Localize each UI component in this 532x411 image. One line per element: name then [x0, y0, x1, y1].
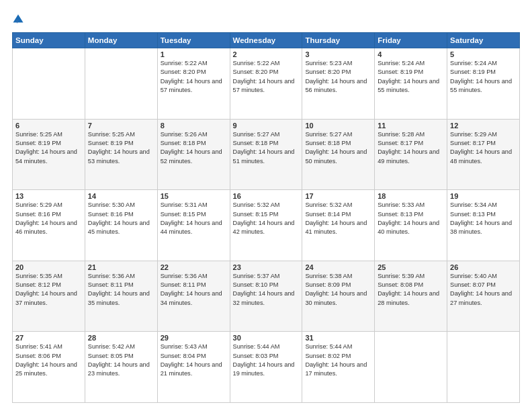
weekday-header-saturday: Saturday	[447, 33, 520, 48]
calendar-cell: 1Sunrise: 5:22 AM Sunset: 8:20 PM Daylig…	[157, 48, 230, 120]
day-info: Sunrise: 5:25 AM Sunset: 8:19 PM Dayligh…	[15, 130, 82, 166]
header	[12, 12, 520, 26]
calendar-cell	[375, 332, 447, 403]
day-info: Sunrise: 5:40 AM Sunset: 8:07 PM Dayligh…	[450, 272, 517, 308]
day-number: 12	[450, 122, 517, 130]
day-number: 24	[305, 263, 371, 271]
day-number: 6	[15, 122, 82, 130]
weekday-header-sunday: Sunday	[13, 33, 85, 48]
day-number: 15	[161, 192, 227, 200]
calendar-cell: 5Sunrise: 5:24 AM Sunset: 8:19 PM Daylig…	[447, 48, 520, 120]
day-info: Sunrise: 5:32 AM Sunset: 8:14 PM Dayligh…	[305, 201, 371, 236]
calendar-cell: 30Sunrise: 5:44 AM Sunset: 8:03 PM Dayli…	[230, 332, 302, 403]
day-info: Sunrise: 5:41 AM Sunset: 8:06 PM Dayligh…	[15, 342, 82, 378]
day-number: 17	[305, 192, 371, 200]
day-number: 21	[88, 263, 154, 271]
day-number: 9	[233, 122, 300, 130]
day-info: Sunrise: 5:44 AM Sunset: 8:02 PM Dayligh…	[305, 342, 371, 378]
calendar-cell: 29Sunrise: 5:43 AM Sunset: 8:04 PM Dayli…	[157, 332, 230, 403]
calendar-week-0: 1Sunrise: 5:22 AM Sunset: 8:20 PM Daylig…	[13, 48, 520, 120]
day-number: 26	[450, 263, 517, 271]
day-number: 31	[305, 334, 371, 342]
page: SundayMondayTuesdayWednesdayThursdayFrid…	[0, 0, 532, 411]
day-info: Sunrise: 5:26 AM Sunset: 8:18 PM Dayligh…	[161, 130, 227, 166]
calendar-cell: 9Sunrise: 5:27 AM Sunset: 8:18 PM Daylig…	[230, 119, 302, 190]
calendar-cell	[85, 48, 157, 120]
calendar-cell: 24Sunrise: 5:38 AM Sunset: 8:09 PM Dayli…	[302, 261, 375, 332]
calendar-cell: 26Sunrise: 5:40 AM Sunset: 8:07 PM Dayli…	[447, 261, 520, 332]
day-number: 29	[161, 334, 227, 342]
day-info: Sunrise: 5:36 AM Sunset: 8:11 PM Dayligh…	[161, 272, 227, 308]
calendar-cell: 7Sunrise: 5:25 AM Sunset: 8:19 PM Daylig…	[85, 119, 157, 190]
day-info: Sunrise: 5:27 AM Sunset: 8:18 PM Dayligh…	[305, 130, 371, 166]
day-info: Sunrise: 5:39 AM Sunset: 8:08 PM Dayligh…	[378, 272, 444, 308]
calendar-cell: 25Sunrise: 5:39 AM Sunset: 8:08 PM Dayli…	[375, 261, 447, 332]
day-info: Sunrise: 5:23 AM Sunset: 8:20 PM Dayligh…	[305, 59, 371, 95]
calendar-cell: 16Sunrise: 5:32 AM Sunset: 8:15 PM Dayli…	[230, 190, 302, 261]
day-number: 7	[88, 122, 154, 130]
day-info: Sunrise: 5:22 AM Sunset: 8:20 PM Dayligh…	[233, 59, 300, 95]
day-number: 18	[378, 192, 444, 200]
weekday-header-row: SundayMondayTuesdayWednesdayThursdayFrid…	[13, 33, 520, 48]
calendar-cell: 2Sunrise: 5:22 AM Sunset: 8:20 PM Daylig…	[230, 48, 302, 120]
calendar-cell: 15Sunrise: 5:31 AM Sunset: 8:15 PM Dayli…	[157, 190, 230, 261]
logo-icon	[12, 13, 24, 26]
logo	[12, 12, 26, 26]
calendar-cell	[13, 48, 85, 120]
calendar-cell: 14Sunrise: 5:30 AM Sunset: 8:16 PM Dayli…	[85, 190, 157, 261]
weekday-header-thursday: Thursday	[302, 33, 375, 48]
day-info: Sunrise: 5:25 AM Sunset: 8:19 PM Dayligh…	[88, 130, 154, 166]
day-number: 3	[305, 50, 371, 58]
calendar-cell: 10Sunrise: 5:27 AM Sunset: 8:18 PM Dayli…	[302, 119, 375, 190]
day-number: 11	[378, 122, 444, 130]
day-info: Sunrise: 5:36 AM Sunset: 8:11 PM Dayligh…	[88, 272, 154, 308]
calendar-cell: 11Sunrise: 5:28 AM Sunset: 8:17 PM Dayli…	[375, 119, 447, 190]
weekday-header-friday: Friday	[375, 33, 447, 48]
day-number: 8	[161, 122, 227, 130]
calendar-cell: 21Sunrise: 5:36 AM Sunset: 8:11 PM Dayli…	[85, 261, 157, 332]
day-number: 25	[378, 263, 444, 271]
weekday-header-tuesday: Tuesday	[157, 33, 230, 48]
day-info: Sunrise: 5:29 AM Sunset: 8:17 PM Dayligh…	[450, 130, 517, 166]
day-info: Sunrise: 5:34 AM Sunset: 8:13 PM Dayligh…	[450, 201, 517, 236]
calendar-cell: 8Sunrise: 5:26 AM Sunset: 8:18 PM Daylig…	[157, 119, 230, 190]
day-info: Sunrise: 5:42 AM Sunset: 8:05 PM Dayligh…	[88, 342, 154, 378]
day-info: Sunrise: 5:37 AM Sunset: 8:10 PM Dayligh…	[233, 272, 300, 308]
calendar-week-2: 13Sunrise: 5:29 AM Sunset: 8:16 PM Dayli…	[13, 190, 520, 261]
day-number: 27	[15, 334, 82, 342]
calendar-cell: 20Sunrise: 5:35 AM Sunset: 8:12 PM Dayli…	[13, 261, 85, 332]
day-info: Sunrise: 5:33 AM Sunset: 8:13 PM Dayligh…	[378, 201, 444, 236]
day-number: 14	[88, 192, 154, 200]
day-info: Sunrise: 5:43 AM Sunset: 8:04 PM Dayligh…	[161, 342, 227, 378]
day-info: Sunrise: 5:38 AM Sunset: 8:09 PM Dayligh…	[305, 272, 371, 308]
calendar-week-4: 27Sunrise: 5:41 AM Sunset: 8:06 PM Dayli…	[13, 332, 520, 403]
calendar-cell: 13Sunrise: 5:29 AM Sunset: 8:16 PM Dayli…	[13, 190, 85, 261]
calendar-week-1: 6Sunrise: 5:25 AM Sunset: 8:19 PM Daylig…	[13, 119, 520, 190]
day-number: 1	[161, 50, 227, 58]
calendar-cell: 18Sunrise: 5:33 AM Sunset: 8:13 PM Dayli…	[375, 190, 447, 261]
calendar-cell: 6Sunrise: 5:25 AM Sunset: 8:19 PM Daylig…	[13, 119, 85, 190]
day-info: Sunrise: 5:28 AM Sunset: 8:17 PM Dayligh…	[378, 130, 444, 166]
day-number: 23	[233, 263, 300, 271]
weekday-header-wednesday: Wednesday	[230, 33, 302, 48]
calendar-cell: 22Sunrise: 5:36 AM Sunset: 8:11 PM Dayli…	[157, 261, 230, 332]
day-info: Sunrise: 5:32 AM Sunset: 8:15 PM Dayligh…	[233, 201, 300, 236]
calendar-cell: 27Sunrise: 5:41 AM Sunset: 8:06 PM Dayli…	[13, 332, 85, 403]
day-number: 30	[233, 334, 300, 342]
day-info: Sunrise: 5:35 AM Sunset: 8:12 PM Dayligh…	[15, 272, 82, 308]
calendar-cell: 12Sunrise: 5:29 AM Sunset: 8:17 PM Dayli…	[447, 119, 520, 190]
calendar-cell: 3Sunrise: 5:23 AM Sunset: 8:20 PM Daylig…	[302, 48, 375, 120]
day-number: 5	[450, 50, 517, 58]
day-number: 19	[450, 192, 517, 200]
day-number: 20	[15, 263, 82, 271]
day-number: 4	[378, 50, 444, 58]
calendar-cell: 28Sunrise: 5:42 AM Sunset: 8:05 PM Dayli…	[85, 332, 157, 403]
day-info: Sunrise: 5:29 AM Sunset: 8:16 PM Dayligh…	[15, 201, 82, 236]
day-number: 10	[305, 122, 371, 130]
calendar-week-3: 20Sunrise: 5:35 AM Sunset: 8:12 PM Dayli…	[13, 261, 520, 332]
day-number: 13	[15, 192, 82, 200]
calendar-cell: 19Sunrise: 5:34 AM Sunset: 8:13 PM Dayli…	[447, 190, 520, 261]
day-info: Sunrise: 5:24 AM Sunset: 8:19 PM Dayligh…	[378, 59, 444, 95]
day-info: Sunrise: 5:31 AM Sunset: 8:15 PM Dayligh…	[161, 201, 227, 236]
calendar-cell: 4Sunrise: 5:24 AM Sunset: 8:19 PM Daylig…	[375, 48, 447, 120]
